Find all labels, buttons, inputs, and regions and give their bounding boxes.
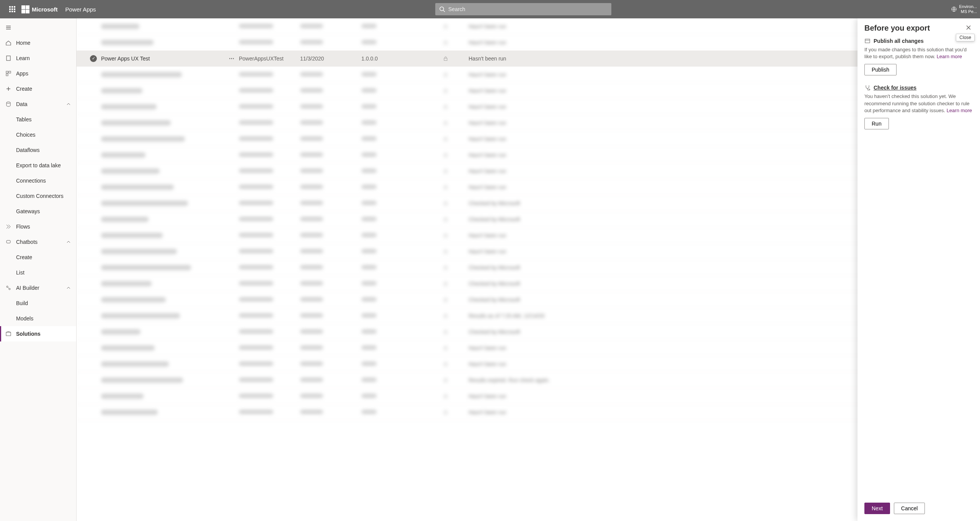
nav-apps-label: Apps: [16, 70, 28, 77]
svg-rect-3: [7, 56, 10, 60]
table-row[interactable]: Hasn't been run: [77, 356, 980, 372]
check-section-heading[interactable]: Check for issues: [864, 85, 973, 91]
table-row[interactable]: Hasn't been run: [77, 388, 980, 404]
nav-apps[interactable]: Apps: [0, 66, 76, 81]
svg-rect-20: [444, 155, 447, 157]
nav-custom-connectors[interactable]: Custom Connectors: [0, 188, 76, 204]
table-row[interactable]: Hasn't been run: [77, 99, 980, 115]
lock-icon: [443, 265, 448, 270]
nav-choices[interactable]: Choices: [0, 127, 76, 142]
run-button[interactable]: Run: [864, 118, 889, 129]
search-input[interactable]: [448, 6, 608, 12]
table-row[interactable]: Checked by Microsoft: [77, 292, 980, 308]
svg-rect-27: [444, 267, 447, 269]
nav-data[interactable]: Data: [0, 96, 76, 112]
panel-title: Before you export: [864, 24, 930, 33]
close-button[interactable]: Close: [965, 24, 973, 32]
flow-icon: [5, 224, 11, 230]
table-row[interactable]: Hasn't been run: [77, 340, 980, 356]
table-row[interactable]: Hasn't been run: [77, 83, 980, 99]
env-label: Environ...: [959, 4, 977, 9]
nav-chatbots-create[interactable]: Create: [0, 250, 76, 265]
svg-rect-17: [444, 106, 447, 109]
nav-gateways[interactable]: Gateways: [0, 204, 76, 219]
lock-icon: [443, 88, 448, 93]
more-button[interactable]: ⋯: [229, 56, 235, 62]
nav-connections[interactable]: Connections: [0, 173, 76, 188]
svg-rect-12: [444, 26, 447, 28]
solutions-table: Hasn't been runHasn't been run✓Power App…: [77, 18, 980, 521]
table-row[interactable]: Hasn't been run: [77, 227, 980, 243]
nav-hamburger[interactable]: [0, 20, 76, 35]
table-row[interactable]: Hasn't been run: [77, 179, 980, 195]
table-row[interactable]: Checked by Microsoft: [77, 211, 980, 227]
svg-rect-18: [444, 122, 447, 125]
svg-rect-25: [444, 235, 447, 237]
table-row[interactable]: Checked by Microsoft: [77, 324, 980, 340]
stethoscope-icon: [864, 85, 871, 91]
lock-icon: [443, 297, 448, 302]
nav-home[interactable]: Home: [0, 35, 76, 51]
nav-ai-models[interactable]: Models: [0, 311, 76, 326]
nav-dataflows[interactable]: Dataflows: [0, 142, 76, 158]
svg-rect-35: [444, 396, 447, 398]
nav-ai-builder[interactable]: AI Builder: [0, 280, 76, 296]
lock-icon: [443, 104, 448, 109]
svg-point-38: [869, 89, 870, 90]
table-row[interactable]: Hasn't been run: [77, 163, 980, 179]
nav-chatbots[interactable]: Chatbots: [0, 234, 76, 250]
table-row[interactable]: Hasn't been run: [77, 404, 980, 420]
svg-rect-28: [444, 283, 447, 286]
nav-data-label: Data: [16, 101, 28, 107]
check-section-text: You haven't checked this solution yet. W…: [864, 93, 973, 114]
nav-learn-label: Learn: [16, 55, 30, 61]
waffle-icon: [9, 6, 15, 12]
nav-chatbots-list[interactable]: List: [0, 265, 76, 280]
nav-flows[interactable]: Flows: [0, 219, 76, 234]
nav-create[interactable]: Create: [0, 81, 76, 96]
learn-more-link[interactable]: Learn more: [937, 54, 962, 59]
svg-rect-34: [444, 380, 447, 382]
nav-ai-build[interactable]: Build: [0, 296, 76, 311]
svg-rect-19: [444, 139, 447, 141]
lock-icon: [443, 185, 448, 190]
microsoft-logo: Microsoft: [21, 5, 58, 13]
table-row[interactable]: Results as of 7:25 AM, 12/14/20: [77, 308, 980, 324]
table-row[interactable]: Hasn't been run: [77, 131, 980, 147]
learn-more-link-2[interactable]: Learn more: [947, 108, 972, 113]
chevron-up-icon: [66, 240, 71, 244]
environment-picker[interactable]: Environ... MS Pe...: [951, 4, 977, 14]
table-row[interactable]: Checked by Microsoft: [77, 276, 980, 292]
table-row[interactable]: Hasn't been run: [77, 67, 980, 83]
cancel-button[interactable]: Cancel: [894, 503, 925, 514]
next-button[interactable]: Next: [864, 503, 890, 514]
nav-tables[interactable]: Tables: [0, 112, 76, 127]
nav-learn[interactable]: Learn: [0, 51, 76, 66]
environment-icon: [951, 6, 957, 12]
table-row[interactable]: Hasn't been run: [77, 34, 980, 51]
check-icon[interactable]: ✓: [90, 55, 97, 62]
publish-button[interactable]: Publish: [864, 64, 897, 75]
svg-rect-13: [444, 42, 447, 44]
svg-rect-32: [444, 348, 447, 350]
svg-rect-6: [6, 74, 8, 76]
hamburger-icon: [5, 24, 11, 31]
table-row[interactable]: ✓Power Apps UX Test⋯PowerAppsUXTest11/3/…: [77, 51, 980, 67]
close-icon: [965, 24, 972, 31]
svg-rect-16: [444, 90, 447, 93]
global-search[interactable]: [435, 3, 611, 15]
svg-rect-31: [444, 332, 447, 334]
table-row[interactable]: Checked by Microsoft: [77, 260, 980, 276]
table-row[interactable]: Results expired. Run check again.: [77, 372, 980, 388]
nav-export-lake[interactable]: Export to data lake: [0, 158, 76, 173]
lock-icon: [443, 410, 448, 415]
table-row[interactable]: Checked by Microsoft: [77, 195, 980, 211]
app-launcher[interactable]: [3, 0, 21, 18]
table-row[interactable]: Hasn't been run: [77, 18, 980, 34]
nav-solutions[interactable]: Solutions: [0, 326, 76, 341]
publish-section-text: If you made changes to this solution tha…: [864, 46, 973, 60]
table-row[interactable]: Hasn't been run: [77, 147, 980, 163]
chevron-up-icon: [66, 286, 71, 290]
table-row[interactable]: Hasn't been run: [77, 243, 980, 260]
table-row[interactable]: Hasn't been run: [77, 115, 980, 131]
